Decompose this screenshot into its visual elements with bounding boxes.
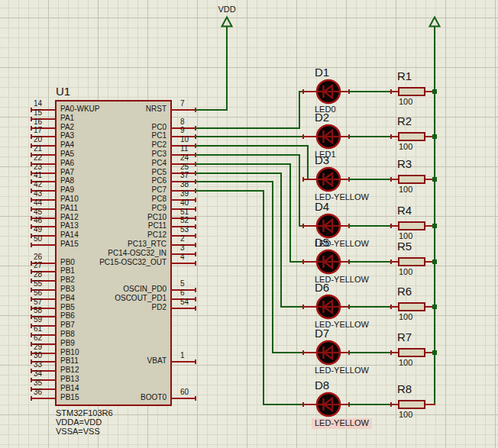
pin-to-led-wire[interactable] — [263, 404, 304, 405]
led-D3[interactable] — [315, 166, 342, 193]
vdd-rail-wire[interactable] — [434, 26, 435, 405]
pin-to-led-wire[interactable] — [195, 172, 282, 174]
pin-end-tick — [31, 143, 32, 148]
pin-end-tick — [390, 134, 392, 139]
pin-to-led-wire[interactable] — [195, 136, 304, 137]
pin-number: 26 — [34, 253, 42, 262]
pin-end-tick — [31, 198, 32, 202]
resistor-R4[interactable] — [398, 221, 425, 230]
pin-to-led-wire[interactable] — [195, 163, 291, 165]
pin-end-tick — [390, 402, 392, 407]
pin-label: PB13 — [60, 375, 79, 384]
led-to-res-wire[interactable] — [348, 352, 392, 353]
resistor-R3[interactable] — [398, 175, 425, 184]
pin-to-led-wire[interactable] — [299, 92, 300, 129]
pin-end-tick — [302, 134, 304, 139]
chip-pin-stub — [31, 398, 57, 399]
pin-label: BOOT0 — [70, 394, 167, 402]
pin-number: 37 — [180, 172, 189, 180]
led-D1[interactable] — [315, 78, 342, 105]
pin-to-led-wire[interactable] — [289, 164, 291, 263]
pin-end-tick — [31, 396, 32, 401]
pin-end-tick — [31, 288, 32, 292]
pin-end-tick — [31, 126, 32, 131]
led-to-res-wire[interactable] — [348, 404, 392, 405]
pin-end-tick — [195, 288, 196, 292]
led-D7[interactable] — [315, 339, 342, 366]
chip-pin-stub — [170, 398, 196, 399]
pin-number: 7 — [180, 100, 185, 108]
pin-end-tick — [195, 198, 196, 202]
led-D2[interactable] — [315, 123, 342, 150]
junction-dot — [432, 224, 437, 228]
nrst-vdd-wire[interactable] — [195, 109, 228, 111]
pin-number: 51 — [180, 208, 189, 217]
led-to-res-wire[interactable] — [348, 306, 392, 308]
chip-reference: U1 — [56, 85, 70, 98]
pin-number: 21 — [34, 145, 42, 153]
pin-end-tick — [31, 359, 32, 364]
pin-to-led-wire[interactable] — [272, 352, 304, 353]
pin-number: 6 — [180, 289, 185, 298]
resistor-R2[interactable] — [398, 132, 425, 141]
led-D6[interactable] — [315, 293, 342, 321]
led-to-res-wire[interactable] — [348, 225, 392, 227]
pin-end-tick — [31, 234, 32, 238]
pin-number: 16 — [34, 118, 42, 127]
resistor-reference: R4 — [397, 205, 412, 217]
pin-end-tick — [195, 396, 196, 401]
pin-label: PC14-OSC32_IN — [70, 250, 167, 258]
pin-number: 62 — [34, 334, 42, 343]
led-to-res-wire[interactable] — [348, 261, 392, 263]
resistor-R1[interactable] — [398, 87, 425, 96]
junction-dot — [432, 134, 437, 139]
resistor-reference: R1 — [397, 70, 412, 82]
pin-number: 14 — [34, 100, 42, 108]
pin-label: VBAT — [70, 357, 167, 366]
pin-label: PC8 — [70, 195, 167, 204]
pin-label: PB14 — [60, 385, 79, 393]
pin-number: 34 — [34, 370, 42, 379]
pin-to-led-wire[interactable] — [195, 127, 300, 129]
led-to-res-wire[interactable] — [348, 91, 392, 92]
pin-number: 52 — [180, 217, 189, 225]
junction-dot — [432, 259, 437, 264]
resistor-value: 100 — [399, 143, 412, 152]
vdd-stem-wire[interactable] — [226, 26, 228, 111]
resistor-R7[interactable] — [398, 348, 425, 357]
pin-to-led-wire[interactable] — [307, 146, 309, 180]
resistor-R6[interactable] — [398, 302, 425, 311]
pin-end-tick — [31, 387, 32, 392]
led-D5[interactable] — [315, 248, 342, 276]
pin-number: 25 — [180, 163, 189, 172]
resistor-R8[interactable] — [398, 400, 425, 409]
schematic-canvas[interactable]: U1 STM32F103R6 VDDA=VDD VSSA=VSS VDD 14P… — [0, 0, 498, 448]
pin-label: PC13_RTC — [70, 240, 167, 249]
chip-property-vssa: VSSA=VSS — [56, 427, 100, 437]
resistor-value: 100 — [399, 98, 412, 107]
pin-to-led-wire[interactable] — [195, 190, 264, 192]
led-D8[interactable] — [315, 391, 342, 418]
pin-to-led-wire[interactable] — [272, 182, 273, 353]
led-to-res-wire[interactable] — [348, 136, 392, 137]
pin-end-tick — [31, 351, 32, 356]
pin-label: PB7 — [60, 321, 75, 330]
led-reference: D6 — [315, 282, 329, 294]
pin-end-tick — [31, 162, 32, 166]
led-to-res-wire[interactable] — [348, 179, 392, 180]
pin-end-tick — [31, 261, 32, 266]
pin-to-led-wire[interactable] — [299, 155, 300, 227]
pin-to-led-wire[interactable] — [195, 154, 300, 156]
pin-number: 36 — [34, 388, 42, 397]
pin-end-tick — [195, 306, 196, 311]
pin-to-led-wire[interactable] — [280, 173, 282, 308]
pin-to-led-wire[interactable] — [280, 306, 304, 308]
resistor-value: 100 — [399, 313, 412, 322]
pin-label: PC6 — [70, 177, 167, 185]
pin-end-tick — [390, 224, 392, 228]
pin-to-led-wire[interactable] — [263, 191, 264, 405]
pin-number: 42 — [34, 181, 42, 189]
pin-to-led-wire[interactable] — [195, 181, 273, 182]
resistor-R5[interactable] — [398, 257, 425, 266]
pin-to-led-wire[interactable] — [195, 145, 309, 147]
